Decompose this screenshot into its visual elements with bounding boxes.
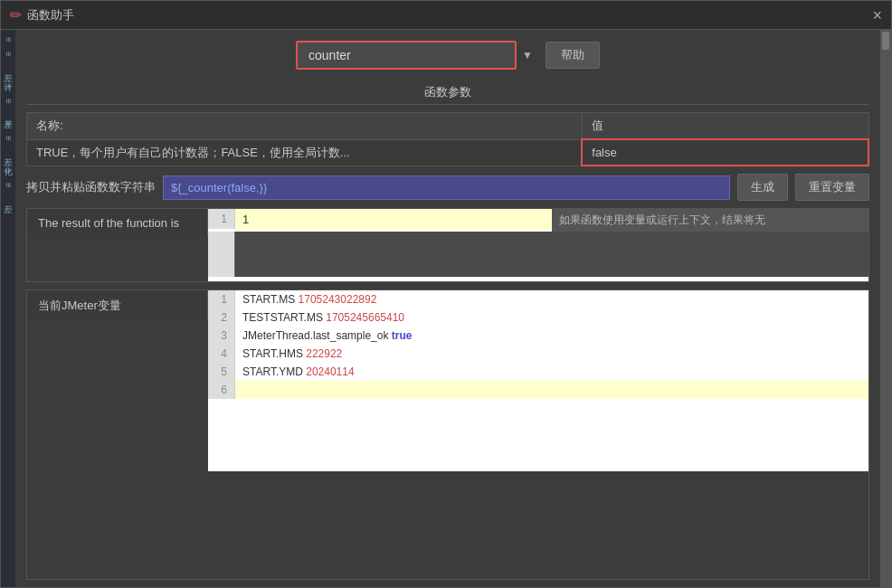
var-value-4: 222922 <box>306 347 342 360</box>
var-value-1: 1705243022892 <box>299 293 377 306</box>
nav-item-2: ≡ <box>1 48 15 61</box>
param-row: TRUE，每个用户有自己的计数器；FALSE，使用全局计数... <box>27 139 869 166</box>
top-row: counter ▼ 帮助 <box>26 37 869 73</box>
scrollbar-thumb[interactable] <box>882 32 889 50</box>
copypaste-input[interactable] <box>163 175 730 200</box>
nav-item-5: ≡ <box>1 81 15 93</box>
nav-item-12: ≡ <box>1 165 15 177</box>
var-line-content-6 <box>235 387 868 393</box>
nav-item-10: 差 <box>1 147 15 154</box>
variable-line-3: 3JMeterThread.last_sample_ok true <box>208 327 868 345</box>
copypaste-row: 拷贝并粘贴函数数字符串 生成 重置变量 <box>26 174 869 201</box>
var-line-num-2: 2 <box>208 308 235 327</box>
copypaste-label: 拷贝并粘贴函数数字符串 <box>26 179 156 195</box>
nav-item-6: ≡ <box>1 95 15 108</box>
variable-line-2: 2TESTSTART.MS 1705245665410 <box>208 308 868 327</box>
titlebar-left: ✏ 函数助手 <box>10 6 74 24</box>
var-name-3: JMeterThread.last_sample_ok <box>242 329 392 342</box>
param-value-input[interactable] <box>592 146 859 159</box>
nav-item-13: ≡ <box>1 179 15 192</box>
function-dropdown-wrapper: counter <box>296 41 517 70</box>
dialog-title: 函数助手 <box>27 7 74 24</box>
result-line-num: 1 <box>208 209 235 229</box>
variables-label: 当前JMeter变量 <box>27 290 208 321</box>
var-name-2: TESTSTART.MS <box>242 311 326 324</box>
left-nav: ≡ ≡ 差 计 ≡ ≡ 差 ≡ ≡ 差 化 ≡ ≡ 差 <box>1 30 15 587</box>
var-line-content-5: START.YMD 20240114 <box>235 363 868 381</box>
params-section-header: 函数参数 <box>26 81 869 105</box>
var-line-num-3: 3 <box>208 327 235 345</box>
var-value-2: 1705245665410 <box>326 311 404 324</box>
result-label: The result of the function is <box>27 209 208 237</box>
result-hint: 如果函数使用变量或运行上下文，结果将无 <box>552 209 868 232</box>
var-value-3: true <box>392 329 413 342</box>
var-line-num-4: 4 <box>208 345 235 363</box>
result-line-1: 1 1 如果函数使用变量或运行上下文，结果将无 <box>208 209 868 232</box>
main-content: counter ▼ 帮助 函数参数 名称: 值 TRUE，每个用 <box>15 30 880 587</box>
dialog-window: ✏ 函数助手 × ≡ ≡ 差 计 ≡ ≡ 差 ≡ ≡ 差 化 ≡ ≡ 差 <box>0 0 892 588</box>
var-line-content-4: START.HMS 222922 <box>235 345 868 363</box>
help-button[interactable]: 帮助 <box>546 42 600 69</box>
result-code-area: 1 1 如果函数使用变量或运行上下文，结果将无 <box>208 209 868 281</box>
generate-button[interactable]: 生成 <box>737 174 788 201</box>
titlebar: ✏ 函数助手 × <box>1 1 891 30</box>
variable-line-5: 5START.YMD 20240114 <box>208 363 868 381</box>
var-line-num-5: 5 <box>208 363 235 381</box>
param-value-cell[interactable] <box>582 139 868 166</box>
result-row: The result of the function is 1 1 如果函数使用… <box>26 208 869 282</box>
nav-item-7: 差 <box>1 109 15 116</box>
result-extra-area <box>235 232 868 277</box>
nav-item-8: ≡ <box>1 118 15 130</box>
col-name-header: 名称: <box>27 113 583 140</box>
variable-line-4: 4START.HMS 222922 <box>208 345 868 363</box>
dropdown-arrow-icon: ▼ <box>522 49 533 62</box>
var-line-content-2: TESTSTART.MS 1705245665410 <box>235 308 868 327</box>
var-name-4: START.HMS <box>242 347 306 360</box>
var-name-1: START.MS <box>242 293 299 306</box>
var-line-num-1: 1 <box>208 290 235 308</box>
nav-item-1: ≡ <box>1 33 15 46</box>
nav-item-9: ≡ <box>1 132 15 145</box>
function-dropdown[interactable]: counter <box>298 43 515 68</box>
result-hint-row <box>208 232 868 277</box>
col-value-header: 值 <box>582 113 868 140</box>
variables-row: 当前JMeter变量 1START.MS 17052430228922TESTS… <box>26 289 869 580</box>
right-scrollbar[interactable] <box>880 30 891 587</box>
nav-item-11: 化 <box>1 156 15 163</box>
app-icon: ✏ <box>10 6 22 24</box>
var-value-5: 20240114 <box>306 365 354 378</box>
variable-line-1: 1START.MS 1705243022892 <box>208 290 868 308</box>
hint-spacer <box>208 232 235 277</box>
var-line-content-3: JMeterThread.last_sample_ok true <box>235 327 868 345</box>
reset-variables-button[interactable]: 重置变量 <box>795 174 869 201</box>
close-button[interactable]: × <box>872 7 882 24</box>
var-name-5: START.YMD <box>242 365 306 378</box>
nav-item-3: 差 <box>1 62 15 70</box>
nav-item-4: 计 <box>1 71 15 79</box>
variable-line-6: 6 <box>208 381 868 399</box>
params-table: 名称: 值 TRUE，每个用户有自己的计数器；FALSE，使用全局计数... <box>26 112 869 166</box>
main-layout: ≡ ≡ 差 计 ≡ ≡ 差 ≡ ≡ 差 化 ≡ ≡ 差 counter <box>1 30 891 587</box>
var-line-num-6: 6 <box>208 381 235 399</box>
nav-item-14: 差 <box>1 194 15 201</box>
result-line-content: 1 <box>235 209 552 230</box>
var-line-content-1: START.MS 1705243022892 <box>235 290 868 308</box>
param-name-cell: TRUE，每个用户有自己的计数器；FALSE，使用全局计数... <box>27 139 583 166</box>
variables-code-area: 1START.MS 17052430228922TESTSTART.MS 170… <box>208 290 868 471</box>
